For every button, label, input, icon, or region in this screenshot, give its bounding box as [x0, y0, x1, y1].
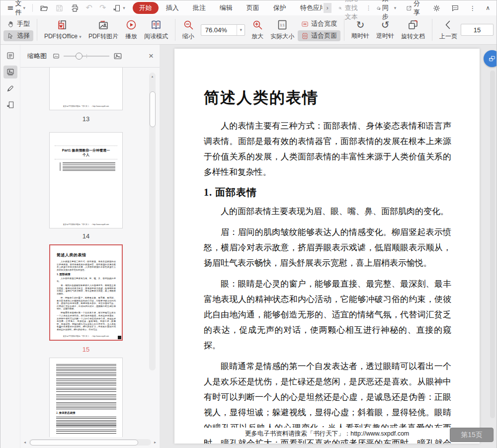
sidebar-header: 缩略图 × — [20, 45, 160, 68]
rotate-ccw-button[interactable]: ↺ 逆时针 — [373, 17, 398, 42]
scroll-left-icon[interactable]: ◂ — [22, 440, 27, 445]
thumbnail-page-15-active[interactable]: 简述人类的表情 人的表情主要有三种方式：面部表情、身体姿态表情和语言声调表情。面… — [49, 244, 123, 341]
tab-overflow-button[interactable]: › — [324, 3, 331, 13]
convert-image-float-button[interactable] — [484, 50, 497, 67]
main-menu-button[interactable]: ≡ 文件 ▾ — [4, 0, 28, 18]
play-button[interactable]: 播放 — [122, 17, 141, 43]
section-heading: 1. 面部表情 — [204, 186, 451, 199]
thumbnail-sidebar: 缩略图 × 更多电子书资料请搜索「书行天下」：http://www.sxpdf.… — [20, 45, 160, 448]
rotate-doc-button[interactable]: 旋转文档 — [398, 17, 428, 43]
decorative-rule — [55, 146, 117, 146]
sidebar-vertical-scrollbar[interactable]: ▴ — [149, 73, 156, 371]
zoom-in-button[interactable]: 放大 — [248, 17, 267, 43]
actual-size-icon: 1:1 — [276, 19, 288, 31]
fit-width-button[interactable]: 适合宽度 — [298, 18, 340, 29]
fit-page-button[interactable]: 适合页面 — [298, 30, 340, 41]
printer-icon — [71, 4, 79, 12]
play-icon — [125, 19, 137, 31]
pdf-to-office-button[interactable]: PDF转Office ▾ — [41, 17, 85, 43]
prev-page-button[interactable]: 上一页 — [436, 17, 461, 43]
menubar: ≡ 文件 ▾ ↶ ↷ ▾ 开始 插入 批注 编辑 页面 保护 — [0, 0, 497, 15]
pdf-page[interactable]: 简述人类的表情 人的表情主要有三种方式：面部表情、身体姿态表情和语言声调表情。面… — [174, 49, 480, 444]
tab-protect[interactable]: 保护 — [267, 2, 293, 14]
cloud-sync-icon — [376, 4, 381, 12]
thumbnail-page-13[interactable]: 更多电子书资料请搜索「书行天下」：http://www.sxpdf.com — [49, 68, 123, 110]
tab-home[interactable]: 开始 — [133, 2, 159, 14]
tab-page[interactable]: 页面 — [240, 2, 266, 14]
tab-special-apps[interactable]: 特色应用 — [294, 2, 323, 14]
rotate-cw-label: 顺时针 — [351, 32, 369, 40]
select-tool-label: 选择 — [17, 31, 30, 40]
outline-panel-button[interactable] — [3, 49, 17, 62]
fit-mode-group: 适合宽度 适合页面 — [298, 18, 340, 41]
prev-page-label: 上一页 — [439, 32, 457, 41]
paragraph: 眉：眉间的肌肉皱纹能够表达人的情感变化。柳眉竖起表示愤怒，横眉冷对表示敌意，挤眉… — [204, 224, 451, 271]
export-panel-button[interactable] — [3, 98, 17, 111]
export-doc-button[interactable]: ▾ — [110, 2, 128, 14]
share-button[interactable]: 分享 — [404, 0, 425, 18]
tab-comment[interactable]: 批注 — [186, 2, 212, 14]
comment-icon — [451, 4, 459, 12]
doc-export-icon — [113, 4, 121, 12]
divider — [175, 19, 175, 41]
thumb15-content: 简述人类的表情 人的表情主要有三种方式：面部表情、身体姿态表情和语言声调表情。面… — [50, 245, 122, 331]
tab-insert[interactable]: 插入 — [160, 2, 185, 14]
hand-tool-button[interactable]: 手型 — [3, 18, 33, 29]
sidebar-vscroll-thumb[interactable] — [150, 91, 156, 127]
paragraph: 眼：眼睛是心灵的窗户，能够最直接、最完整、最深刻、最丰富地表现人的精神状态和内心… — [204, 276, 451, 353]
tab-edit[interactable]: 编辑 — [213, 2, 239, 14]
select-tool-button[interactable]: 选择 — [3, 30, 33, 41]
hscroll-track[interactable] — [29, 439, 151, 446]
sidebar-hscroll-thumb[interactable] — [30, 440, 138, 446]
pdf-to-image-button[interactable]: PDF转图片 — [85, 17, 122, 43]
hamburger-icon: ≡ — [7, 4, 13, 12]
page-footer-text: 更多电子书资料请搜索「书行天下」：http://www.sxpdf.com — [174, 428, 480, 438]
read-mode-button[interactable]: 阅读模式 — [141, 17, 171, 43]
paragraph: 人的表情主要有三种方式：面部表情、身体姿态表情和语言声调表情。面部是最有效的表情… — [204, 118, 451, 180]
thumbnail-page-14[interactable]: Part1 微表情教你一分钟看透一 个人 更多电子书资料请搜索「书行天下」：ht… — [49, 132, 123, 228]
feedback-button[interactable] — [448, 2, 462, 14]
save-button[interactable] — [53, 2, 66, 14]
collapse-ribbon-button[interactable]: ∧ — [483, 3, 493, 12]
rotate-ccw-label: 逆时针 — [376, 32, 394, 40]
scroll-up-icon[interactable]: ▴ — [149, 75, 156, 78]
book-icon — [150, 19, 162, 31]
print-button[interactable] — [68, 2, 82, 14]
slider-tick — [86, 54, 87, 58]
pdf-to-office-label: PDF转Office ▾ — [44, 32, 82, 41]
actual-size-label: 实际大小 — [270, 32, 294, 41]
zoom-level-value: 76.04% — [201, 26, 237, 34]
more-options-button[interactable]: ⋮ — [467, 3, 478, 13]
undo-button[interactable]: ↶ — [83, 2, 95, 13]
thumb14-title: Part1 微表情教你一分钟看透一 个人 — [50, 148, 122, 157]
pointer-mode-group: 手型 选择 — [3, 18, 33, 41]
current-page-input[interactable] — [461, 24, 494, 36]
thumbnail-panel-button[interactable] — [3, 66, 17, 78]
thumb-size-slider[interactable] — [64, 52, 109, 60]
fit-width-label: 适合宽度 — [311, 19, 337, 28]
annotation-panel-button[interactable] — [3, 82, 17, 95]
chevron-left-icon — [442, 19, 454, 31]
actual-size-button[interactable]: 1:1 实际大小 — [267, 17, 298, 43]
document-vertical-scrollbar[interactable] — [490, 71, 495, 418]
thumbnail-page-16[interactable]: 2. 身体姿态表情 — [49, 358, 123, 437]
redo-button[interactable]: ↷ — [97, 2, 108, 13]
open-file-button[interactable] — [37, 2, 51, 14]
page-content: 简述人类的表情 人的表情主要有三种方式：面部表情、身体姿态表情和语言声调表情。面… — [174, 49, 480, 444]
decorative-rule — [55, 159, 117, 159]
thumbnails-icon — [6, 68, 15, 76]
scroll-right-icon[interactable]: ▸ — [153, 440, 158, 445]
zoom-level-select[interactable]: 76.04% ▾ — [201, 24, 245, 36]
pdf-to-image-label: PDF转图片 — [88, 32, 118, 41]
rotate-cw-button[interactable]: ↻ 顺时针 — [348, 17, 373, 42]
play-label: 播放 — [125, 32, 137, 41]
thumb13-footer-text: 更多电子书资料请搜索「书行天下」：http://www.sxpdf.com — [50, 105, 122, 107]
slider-knob[interactable] — [76, 53, 83, 60]
sidebar-horizontal-scrollbar[interactable]: ◂ ▸ — [22, 438, 158, 447]
settings-button[interactable] — [430, 2, 443, 14]
zoom-out-button[interactable]: 缩小 — [179, 17, 198, 43]
close-sidebar-button[interactable]: × — [149, 51, 154, 61]
pdf-to-office-icon — [57, 19, 69, 31]
hand-tool-label: 手型 — [17, 19, 30, 28]
thumb16-content: 2. 身体姿态表情 — [50, 358, 122, 434]
